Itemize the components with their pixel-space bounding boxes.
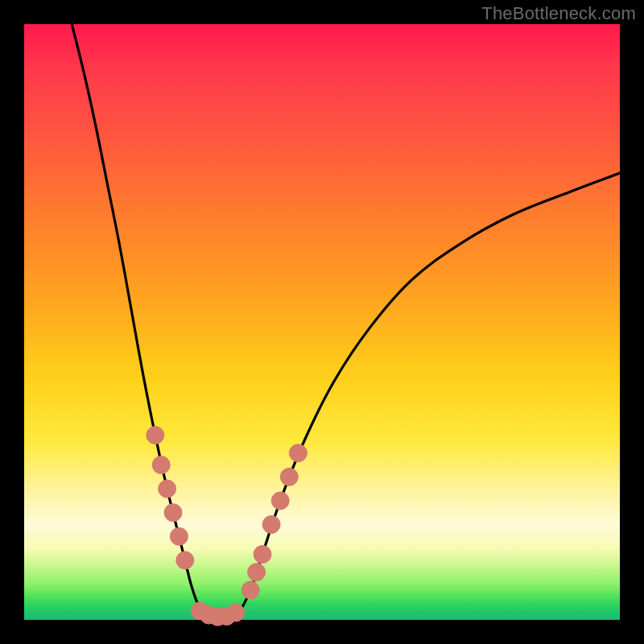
data-point-marker bbox=[248, 564, 266, 581]
data-point-marker bbox=[262, 516, 280, 534]
data-point-marker bbox=[271, 492, 289, 510]
chart-svg bbox=[24, 24, 620, 620]
data-point-marker bbox=[242, 581, 259, 599]
data-point-marker bbox=[289, 444, 307, 462]
data-point-marker bbox=[227, 604, 245, 621]
data-point-marker bbox=[176, 551, 194, 569]
curve-right-branch bbox=[238, 173, 620, 614]
chart-plot-area bbox=[24, 24, 620, 620]
data-point-marker bbox=[170, 527, 188, 545]
watermark-text: TheBottleneck.com bbox=[481, 3, 636, 24]
curve-left-branch bbox=[72, 24, 203, 614]
data-point-marker bbox=[152, 456, 170, 474]
data-point-marker bbox=[147, 427, 164, 444]
data-point-markers bbox=[147, 427, 308, 626]
data-point-marker bbox=[159, 480, 176, 497]
data-point-marker bbox=[280, 468, 298, 485]
data-point-marker bbox=[164, 504, 182, 522]
chart-frame: TheBottleneck.com bbox=[0, 0, 644, 644]
data-point-marker bbox=[254, 546, 271, 564]
